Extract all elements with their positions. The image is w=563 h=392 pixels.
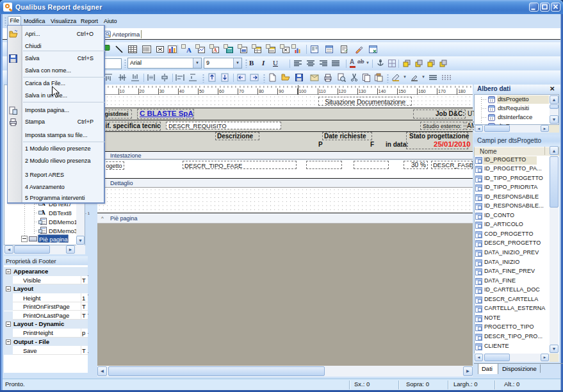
- svg-text:A: A: [186, 46, 192, 54]
